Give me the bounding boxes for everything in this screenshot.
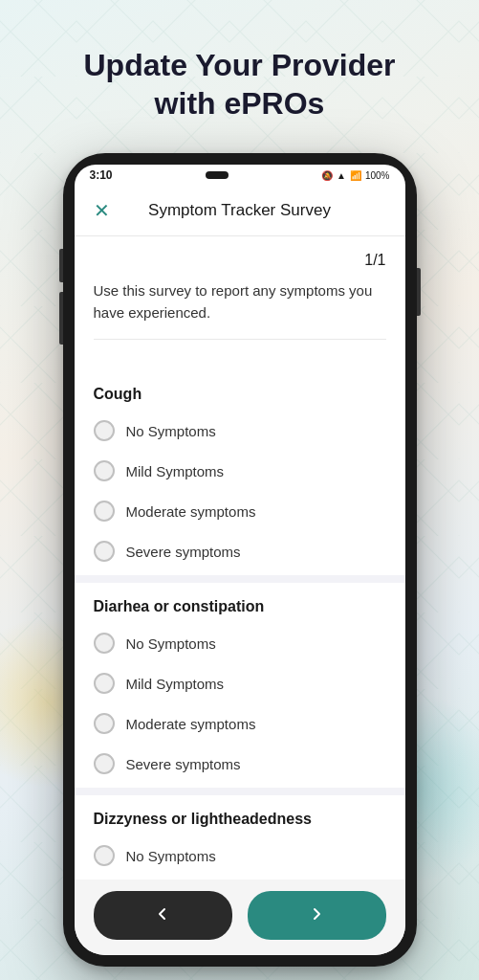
radio-circle bbox=[94, 753, 115, 774]
radio-circle bbox=[94, 501, 115, 522]
cough-no-symptoms[interactable]: No Symptoms bbox=[94, 411, 386, 451]
radio-label: Severe symptoms bbox=[126, 756, 241, 772]
phone-screen: ✕ Symptom Tracker Survey 1/1 Use this su… bbox=[75, 186, 405, 955]
radio-circle bbox=[94, 633, 115, 654]
radio-circle bbox=[94, 713, 115, 734]
page-title: Update Your Provider with ePROs bbox=[65, 46, 415, 122]
diarhea-severe-symptoms[interactable]: Severe symptoms bbox=[94, 744, 386, 784]
phone-mockup: 3:10 🔕 ▲ 📶 100% ✕ Symptom Tracker Survey… bbox=[63, 153, 417, 967]
survey-intro: 1/1 Use this survey to report any sympto… bbox=[75, 236, 405, 370]
diarhea-title: Diarhea or constipation bbox=[94, 583, 386, 623]
header-title: Symptom Tracker Survey bbox=[148, 201, 331, 220]
section-divider bbox=[75, 575, 405, 583]
phone-time: 3:10 bbox=[90, 168, 113, 182]
next-button[interactable] bbox=[248, 891, 386, 940]
cough-title: Cough bbox=[94, 370, 386, 411]
diarhea-moderate-symptoms[interactable]: Moderate symptoms bbox=[94, 703, 386, 744]
radio-label: Mild Symptoms bbox=[126, 463, 225, 479]
radio-circle bbox=[94, 845, 115, 866]
radio-circle bbox=[94, 460, 115, 481]
dizzy-section: Dizzyness or lightheadedness No Symptoms bbox=[75, 795, 405, 880]
status-bar: 3:10 🔕 ▲ 📶 100% bbox=[75, 165, 405, 186]
diarhea-mild-symptoms[interactable]: Mild Symptoms bbox=[94, 663, 386, 703]
survey-description: Use this survey to report any symptoms y… bbox=[94, 280, 386, 340]
radio-circle bbox=[94, 420, 115, 441]
dizzy-no-symptoms[interactable]: No Symptoms bbox=[94, 835, 386, 876]
section-divider-2 bbox=[75, 788, 405, 795]
diarhea-no-symptoms[interactable]: No Symptoms bbox=[94, 623, 386, 663]
close-button[interactable]: ✕ bbox=[94, 199, 110, 222]
radio-label: Moderate symptoms bbox=[126, 716, 256, 732]
radio-label: No Symptoms bbox=[126, 423, 216, 439]
app-header: ✕ Symptom Tracker Survey bbox=[75, 186, 405, 236]
radio-label: Moderate symptoms bbox=[126, 503, 256, 520]
radio-label: No Symptoms bbox=[126, 848, 216, 864]
radio-label: Severe symptoms bbox=[126, 544, 241, 560]
cough-moderate-symptoms[interactable]: Moderate symptoms bbox=[94, 491, 386, 531]
cough-mild-symptoms[interactable]: Mild Symptoms bbox=[94, 451, 386, 491]
bottom-bar bbox=[75, 880, 405, 955]
cough-severe-symptoms[interactable]: Severe symptoms bbox=[94, 531, 386, 571]
radio-label: No Symptoms bbox=[126, 635, 216, 652]
diarhea-section: Diarhea or constipation No Symptoms Mild… bbox=[75, 583, 405, 788]
page-counter: 1/1 bbox=[94, 252, 386, 269]
radio-circle bbox=[94, 541, 115, 562]
back-button[interactable] bbox=[94, 891, 232, 940]
radio-label: Mild Symptoms bbox=[126, 676, 225, 692]
status-icons: 🔕 ▲ 📶 100% bbox=[321, 170, 389, 181]
cough-section: Cough No Symptoms Mild Symptoms Moderate… bbox=[75, 370, 405, 575]
dizzy-title: Dizzyness or lightheadedness bbox=[94, 795, 386, 835]
radio-circle bbox=[94, 673, 115, 694]
